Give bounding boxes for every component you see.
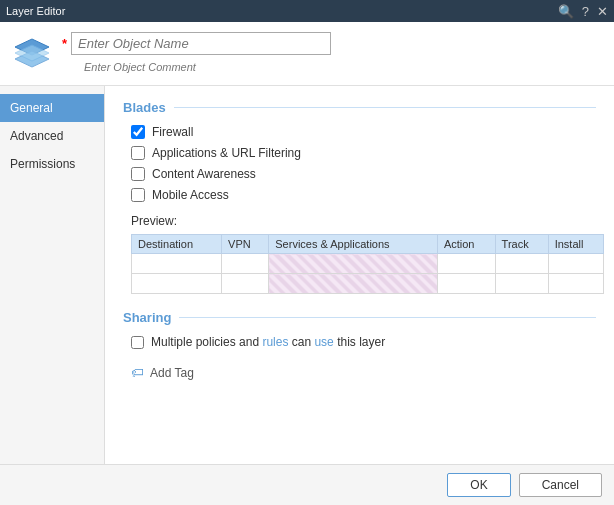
name-field-wrapper: *: [62, 32, 602, 55]
col-install: Install: [548, 235, 603, 254]
body-area: General Advanced Permissions Blades Fire…: [0, 86, 614, 464]
app-filter-checkbox[interactable]: [131, 146, 145, 160]
help-icon[interactable]: ?: [582, 4, 589, 19]
blade-firewall: Firewall: [123, 125, 596, 139]
col-services: Services & Applications: [269, 235, 438, 254]
mobile-access-label[interactable]: Mobile Access: [152, 188, 229, 202]
blade-content-awareness: Content Awareness: [123, 167, 596, 181]
cell-destination-1: [132, 254, 222, 274]
cell-destination-2: [132, 274, 222, 294]
sidebar-item-general[interactable]: General: [0, 94, 104, 122]
col-action: Action: [437, 235, 495, 254]
add-tag-label[interactable]: Add Tag: [150, 366, 194, 380]
sharing-label[interactable]: Multiple policies and rules can use this…: [151, 335, 385, 349]
cell-action-1: [437, 254, 495, 274]
layer-icon: [12, 34, 52, 74]
search-icon[interactable]: 🔍: [558, 4, 574, 19]
table-row: [132, 254, 604, 274]
cell-install-1: [548, 254, 603, 274]
cell-track-1: [495, 254, 548, 274]
cell-services-2: [269, 274, 438, 294]
content-awareness-label[interactable]: Content Awareness: [152, 167, 256, 181]
firewall-checkbox[interactable]: [131, 125, 145, 139]
add-tag-row[interactable]: 🏷 Add Tag: [123, 365, 596, 380]
col-track: Track: [495, 235, 548, 254]
table-row: [132, 274, 604, 294]
firewall-label[interactable]: Firewall: [152, 125, 193, 139]
ok-button[interactable]: OK: [447, 473, 510, 497]
app-title: Layer Editor: [6, 5, 65, 17]
header-fields: *: [62, 32, 602, 75]
main-container: * General Advanced Permissions Blades Fi…: [0, 22, 614, 505]
sharing-section-title: Sharing: [123, 310, 596, 325]
col-vpn: VPN: [222, 235, 269, 254]
app-filter-label[interactable]: Applications & URL Filtering: [152, 146, 301, 160]
cell-track-2: [495, 274, 548, 294]
preview-table: Destination VPN Services & Applications …: [131, 234, 604, 294]
preview-label: Preview:: [123, 214, 596, 228]
header-area: *: [0, 22, 614, 86]
blades-section-title: Blades: [123, 100, 596, 115]
use-link[interactable]: use: [314, 335, 333, 349]
content-awareness-checkbox[interactable]: [131, 167, 145, 181]
title-bar: Layer Editor 🔍 ? ✕: [0, 0, 614, 22]
object-comment-input[interactable]: [78, 59, 338, 75]
footer-area: OK Cancel: [0, 464, 614, 505]
sharing-section: Sharing Multiple policies and rules can …: [123, 310, 596, 349]
object-name-input[interactable]: [71, 32, 331, 55]
content-area: Blades Firewall Applications & URL Filte…: [105, 86, 614, 464]
cell-install-2: [548, 274, 603, 294]
sidebar-item-advanced[interactable]: Advanced: [0, 122, 104, 150]
cell-services-1: [269, 254, 438, 274]
mobile-access-checkbox[interactable]: [131, 188, 145, 202]
sharing-checkbox[interactable]: [131, 336, 144, 349]
close-icon[interactable]: ✕: [597, 4, 608, 19]
sidebar: General Advanced Permissions: [0, 86, 105, 464]
col-destination: Destination: [132, 235, 222, 254]
cell-vpn-1: [222, 254, 269, 274]
sidebar-item-permissions[interactable]: Permissions: [0, 150, 104, 178]
blade-mobile-access: Mobile Access: [123, 188, 596, 202]
required-star: *: [62, 36, 67, 51]
cell-action-2: [437, 274, 495, 294]
cancel-button[interactable]: Cancel: [519, 473, 602, 497]
rules-link[interactable]: rules: [262, 335, 288, 349]
blade-app-filter: Applications & URL Filtering: [123, 146, 596, 160]
cell-vpn-2: [222, 274, 269, 294]
sharing-checkbox-row: Multiple policies and rules can use this…: [123, 335, 596, 349]
tag-icon: 🏷: [131, 365, 144, 380]
